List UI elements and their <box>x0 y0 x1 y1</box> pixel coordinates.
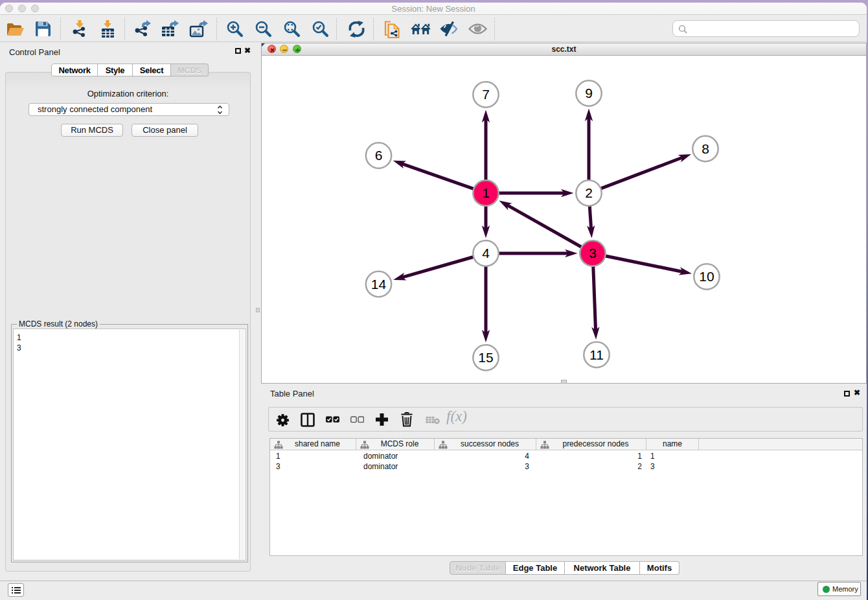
svg-text:7: 7 <box>482 87 490 102</box>
svg-text:8: 8 <box>702 141 709 156</box>
svg-text:6: 6 <box>375 148 383 163</box>
svg-text:10: 10 <box>699 269 714 284</box>
svg-text:2: 2 <box>585 185 593 200</box>
svg-text:9: 9 <box>585 86 593 100</box>
svg-text:1: 1 <box>482 185 490 200</box>
svg-text:3: 3 <box>589 246 597 260</box>
svg-text:11: 11 <box>589 347 604 362</box>
svg-text:15: 15 <box>478 350 493 365</box>
svg-text:4: 4 <box>482 246 490 260</box>
svg-text:14: 14 <box>371 277 387 292</box>
